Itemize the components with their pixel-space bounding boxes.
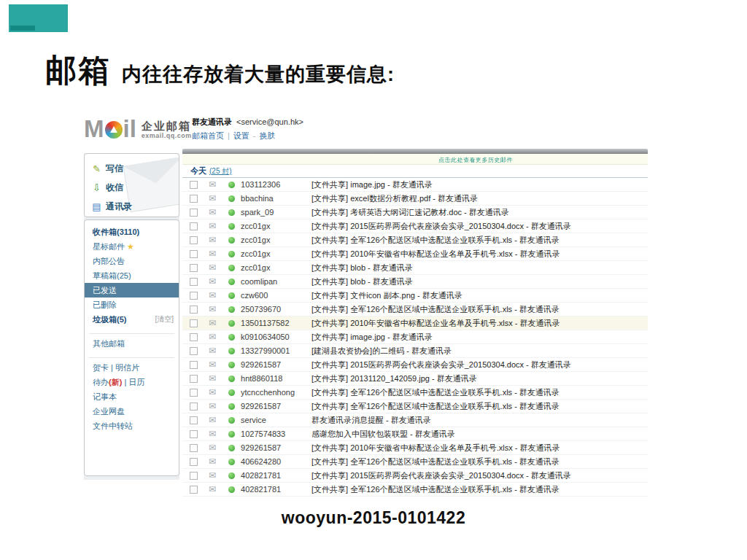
envelope-icon: ✉ [209, 444, 216, 452]
row-checkbox[interactable] [190, 458, 198, 466]
compose-pencil-icon: ✎ [91, 164, 102, 174]
folder-item[interactable]: 文件中转站 [85, 419, 179, 433]
group-member-icon [228, 195, 235, 202]
row-checkbox[interactable] [190, 375, 198, 383]
folder-item[interactable]: 待办(新) | 日历 [85, 375, 179, 389]
row-checkbox[interactable] [190, 416, 198, 424]
mail-client-screenshot: M il 企业邮箱 exmail.qq.com 群友通讯录 <service@q… [82, 113, 648, 481]
envelope-icon: ✉ [209, 430, 216, 438]
link-mail-home[interactable]: 邮箱首页 [192, 131, 224, 140]
notice-text[interactable]: 点击此处查看更多历史邮件 [438, 156, 513, 164]
group-member-icon [228, 403, 235, 410]
row-checkbox[interactable] [190, 292, 198, 300]
row-checkbox[interactable] [190, 222, 198, 230]
mail-row[interactable]: ✉ 250739670 [文件共享] 全军126个配送区域中选配送企业联系手机.… [182, 303, 648, 316]
empty-trash-button[interactable]: [清空] [155, 312, 174, 327]
folder-item[interactable]: 已删除 [85, 298, 179, 312]
mail-row[interactable]: ✉ 13327990001 [建湖县农资协会]的二维码 - 群友通讯录 [182, 344, 648, 358]
mail-row[interactable]: ✉ 929261587 [文件共享] 2010年安徽省中标配送企业名单及手机号.… [182, 441, 648, 455]
mail-row[interactable]: ✉ ytcncchenhong [文件共享] 全军126个配送区域中选配送企业联… [182, 386, 648, 400]
row-checkbox[interactable] [190, 347, 198, 355]
compose-menu-item[interactable]: ✎ 写信 [85, 159, 179, 178]
mail-row[interactable]: ✉ service 群友通讯录消息提醒 - 群友通讯录 [182, 413, 648, 427]
mail-row[interactable]: ✉ bbachina [文件共享] excel数据分析教程.pdf - 群友通讯… [182, 192, 648, 206]
mail-row[interactable]: ✉ zcc01gx [文件共享] 全军126个配送区域中选配送企业联系手机.xl… [182, 233, 648, 247]
group-member-icon [228, 376, 235, 382]
group-count-link[interactable]: (25 封) [209, 166, 232, 176]
folder-item[interactable]: 贺卡 | 明信片 [85, 360, 179, 375]
slide-caption: wooyun-2015-0101422 [0, 508, 747, 528]
group-member-icon [228, 486, 235, 493]
mail-row[interactable]: ✉ zcc01gx [文件共享] 2015医药界两会代表座谈会实录_201503… [182, 219, 648, 233]
row-checkbox[interactable] [190, 444, 198, 452]
envelope-icon: ✉ [209, 195, 216, 203]
mail-row[interactable]: ✉ hnt8860118 [文件共享] 20131120_142059.jpg … [182, 372, 648, 386]
folder-item[interactable] [89, 352, 174, 358]
mail-subject: [文件共享] image.jpg - 群友通讯录 [311, 179, 648, 190]
row-checkbox[interactable] [190, 333, 198, 341]
sender-name: zcc01gx [241, 263, 311, 272]
folder-item[interactable]: 已发送 [85, 283, 179, 298]
row-checkbox[interactable] [190, 264, 198, 272]
mail-row[interactable]: ✉ 13501137582 [文件共享] 2010年安徽省中标配送企业名单及手机… [182, 316, 648, 330]
mail-row[interactable]: ✉ 1027574833 感谢您加入中国软包装联盟 - 群友通讯录 [182, 427, 648, 441]
mail-subject: [文件共享] 2010年安徽省中标配送企业名单及手机号.xlsx - 群友通讯录 [311, 443, 648, 454]
envelope-icon: ✉ [209, 347, 216, 355]
row-checkbox[interactable] [190, 236, 198, 244]
mail-row[interactable]: ✉ zcc01gx [文件共享] 2010年安徽省中标配送企业名单及手机号.xl… [182, 247, 648, 261]
row-checkbox[interactable] [190, 472, 198, 480]
row-checkbox[interactable] [190, 195, 198, 203]
mail-row[interactable]: ✉ spark_09 [文件共享] 考研英语大纲词汇速记教材.doc - 群友通… [182, 206, 648, 219]
folder-item[interactable] [89, 328, 174, 334]
sender-name: spark_09 [241, 208, 311, 217]
mail-subject: [文件共享] 全军126个配送区域中选配送企业联系手机.xls - 群友通讯录 [311, 401, 648, 412]
compose-menu-item[interactable]: ⇩ 收信 [85, 178, 179, 197]
mail-row[interactable]: ✉ 103112306 [文件共享] image.jpg - 群友通讯录 [182, 178, 648, 192]
row-checkbox[interactable] [190, 181, 198, 189]
folder-item[interactable]: 其他邮箱 [85, 336, 179, 351]
row-checkbox[interactable] [190, 361, 198, 369]
mail-row[interactable]: ✉ coomlipan [文件共享] blob - 群友通讯录 [182, 275, 648, 289]
mail-row[interactable]: ✉ czw600 [文件共享] 文件icon 副本.png - 群友通讯录 [182, 289, 648, 303]
mail-subject: [文件共享] 2015医药界两会代表座谈会实录_20150304.docx - … [311, 359, 648, 370]
folder-item[interactable]: 记事本 [85, 389, 179, 404]
folder-item[interactable]: [清空] 垃圾箱(5) [85, 312, 179, 327]
mail-row[interactable]: ✉ zcc01gx [文件共享] blob - 群友通讯录 [182, 261, 648, 275]
folder-item[interactable]: 收件箱(3110) [85, 225, 179, 239]
group-member-icon [228, 306, 235, 313]
mail-row[interactable]: ✉ 402821781 [文件共享] 全军126个配送区域中选配送企业联系手机.… [182, 483, 648, 497]
row-checkbox[interactable] [190, 402, 198, 411]
sender-name: 13327990001 [241, 346, 311, 355]
link-separator: | [228, 131, 230, 140]
folder-item[interactable]: 星标邮件★ [85, 239, 179, 254]
mail-subject: [建湖县农资协会]的二维码 - 群友通讯录 [311, 346, 648, 357]
mail-row[interactable]: ✉ k0910634050 [文件共享] image.jpg - 群友通讯录 [182, 330, 648, 344]
mail-row[interactable]: ✉ 406624280 [文件共享] 全军126个配送区域中选配送企业联系手机.… [182, 455, 648, 469]
envelope-icon: ✉ [209, 361, 216, 369]
envelope-icon: ✉ [209, 278, 216, 286]
group-member-icon [228, 265, 235, 271]
folder-label: 其他邮箱 [93, 339, 125, 348]
mail-row[interactable]: ✉ 929261587 [文件共享] 全军126个配送区域中选配送企业联系手机.… [182, 400, 648, 413]
row-checkbox[interactable] [190, 389, 198, 397]
receive-mail-icon: ⇩ [91, 183, 102, 192]
notice-bar: 点击此处查看更多历史邮件 [182, 154, 648, 165]
folder-item[interactable]: 企业网盘 [85, 404, 179, 419]
envelope-icon: ✉ [209, 264, 216, 272]
mail-row[interactable]: ✉ 402821781 [文件共享] 2015医药界两会代表座谈会实录_2015… [182, 469, 648, 483]
folder-item[interactable]: 草稿箱(25) [85, 268, 179, 283]
row-checkbox[interactable] [190, 209, 198, 217]
compose-menu-item[interactable]: ▤ 通讯录 [85, 197, 179, 216]
folder-item[interactable]: 内部公告 [85, 254, 179, 268]
row-checkbox[interactable] [190, 250, 198, 258]
row-checkbox[interactable] [190, 486, 198, 494]
link-change-skin[interactable]: 换肤 [260, 131, 276, 140]
mail-row[interactable]: ✉ 929261587 [文件共享] 2015医药界两会代表座谈会实录_2015… [182, 358, 648, 372]
envelope-icon: ✉ [209, 389, 216, 397]
row-checkbox[interactable] [190, 319, 198, 327]
row-checkbox[interactable] [190, 306, 198, 314]
row-checkbox[interactable] [190, 278, 198, 286]
folder-label: 已发送 [93, 286, 117, 295]
row-checkbox[interactable] [190, 430, 198, 438]
link-settings[interactable]: 设置 [233, 131, 249, 140]
